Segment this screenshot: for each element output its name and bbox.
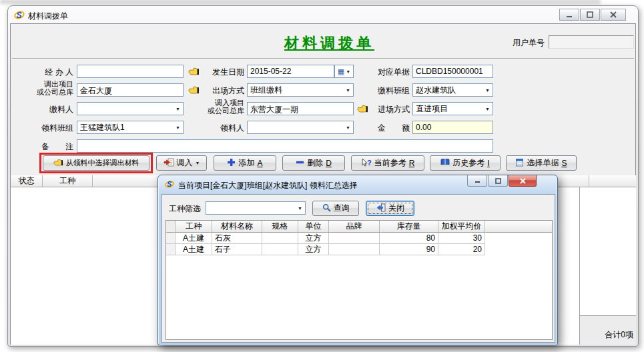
column-header-material[interactable]: 材料名称 — [212, 221, 262, 232]
dialog-client-area: 工种筛选 ▼ 查询 关闭 工种 — [162, 194, 555, 343]
date-picker-button[interactable]: ▦ ▼ — [334, 65, 354, 78]
remark-input[interactable] — [77, 139, 493, 153]
receive-team-combobox[interactable]: 王猛建筑队1 ▼ — [77, 121, 184, 134]
total-count-label: 合计0项 — [605, 329, 633, 341]
header-divider — [12, 58, 634, 59]
row-selector[interactable] — [166, 244, 176, 255]
dialog-minimize-button[interactable] — [467, 175, 487, 187]
filter-label: 工种筛选 — [169, 203, 201, 215]
column-header-avgprice[interactable]: 加权平均价 — [438, 221, 485, 232]
in-project-label: 调入项目 或公司总库 — [195, 99, 244, 115]
user-no-label: 用户单号 — [513, 37, 545, 49]
summary-panel: 合计0项 — [580, 175, 636, 345]
select-hand-icon[interactable] — [188, 67, 200, 79]
dialog-title: 当前项目[金石大厦]班组[赵水建筑队] 领料汇总选择 — [178, 180, 358, 191]
query-button[interactable]: 查询 — [312, 201, 359, 216]
chevron-down-icon: ▼ — [346, 125, 350, 130]
app-icon: S — [165, 179, 174, 191]
payer-combobox[interactable]: ▼ — [77, 102, 184, 115]
notepad-icon — [515, 158, 524, 169]
screen: S 材料调拨单 材料调拨单 用户单号 经 办 人 发生日期 2 — [0, 0, 644, 352]
column-header-spacer — [485, 221, 552, 232]
row-selector-header — [166, 221, 176, 232]
magnifier-icon — [322, 203, 331, 214]
select-material-button[interactable]: 从领料中选择调出材料 — [43, 155, 149, 171]
table-row[interactable]: A土建 石子 立方 90 20 — [166, 244, 552, 255]
history-reference-button[interactable]: 历史参考I — [430, 155, 501, 171]
chevron-down-icon: ▼ — [176, 107, 180, 111]
svg-text:S: S — [167, 180, 172, 188]
date-input[interactable]: 2015-05-22 — [247, 65, 334, 78]
in-method-combobox[interactable]: 直进项目 ▼ — [412, 102, 493, 115]
doc-no-input[interactable]: CLDBD150000001 — [412, 65, 493, 78]
exit-door-icon — [376, 203, 386, 214]
column-header-brand[interactable]: 品牌 — [329, 221, 380, 232]
operator-input[interactable] — [77, 65, 184, 78]
amount-label: 金 额 — [375, 123, 410, 134]
chevron-down-icon: ▼ — [346, 69, 350, 74]
operator-label: 经 办 人 — [28, 67, 73, 78]
column-header-status[interactable]: 状态 — [11, 175, 43, 187]
maximize-button[interactable] — [580, 9, 600, 21]
app-icon: S — [14, 9, 25, 23]
receiver-label: 领料人 — [212, 123, 244, 134]
close-dialog-button[interactable]: 关闭 — [366, 201, 414, 216]
pay-team-label: 缴料班组 — [375, 85, 410, 97]
column-header-worktype[interactable]: 工种 — [43, 175, 93, 187]
in-method-label: 进场方式 — [375, 104, 410, 115]
user-no-field[interactable] — [549, 35, 634, 49]
summary-select-dialog: S 当前项目[金石大厦]班组[赵水建筑队] 领料汇总选择 工种筛选 ▼ 查询 — [157, 175, 558, 345]
chevron-down-icon: ▼ — [176, 125, 180, 130]
add-button[interactable]: 添加A — [214, 155, 276, 171]
receiver-combobox[interactable]: ▼ — [247, 121, 354, 134]
dialog-close-button[interactable] — [509, 175, 537, 187]
summary-table-header: 工种 材料名称 规格 单位 品牌 库存量 加权平均价 — [166, 221, 552, 233]
remark-label: 备 注 — [39, 141, 73, 153]
column-header-spec[interactable]: 规格 — [262, 221, 298, 232]
chevron-down-icon: ▼ — [485, 107, 490, 111]
receive-team-label: 领料班组 — [39, 123, 73, 134]
date-label: 发生日期 — [210, 67, 244, 78]
select-hand-icon[interactable] — [188, 85, 200, 97]
pay-team-combobox[interactable]: 赵水建筑队 ▼ — [412, 83, 493, 97]
window-title: 材料调拨单 — [28, 11, 68, 22]
page-title: 材料调拨单 — [284, 33, 374, 53]
select-hand-icon[interactable] — [357, 104, 368, 116]
chevron-down-icon: ▼ — [346, 88, 350, 93]
table-row[interactable]: A土建 石灰 立方 80 30 — [166, 233, 552, 244]
payer-label: 缴料人 — [41, 104, 73, 115]
plus-icon — [227, 158, 236, 169]
close-button[interactable] — [601, 9, 626, 21]
select-document-button[interactable]: 选择单据S — [506, 155, 577, 171]
minimize-button[interactable] — [559, 9, 579, 21]
book-icon — [440, 158, 450, 168]
select-hand-icon — [53, 159, 63, 168]
summary-table: 工种 材料名称 规格 单位 品牌 库存量 加权平均价 A土建 石灰 立方 — [166, 220, 553, 340]
cursor-question-icon: ? — [361, 158, 372, 169]
document-red-arrow-icon — [164, 158, 174, 169]
delete-button[interactable]: 删除D — [282, 155, 345, 171]
minus-icon — [296, 158, 304, 169]
row-selector[interactable] — [166, 233, 176, 244]
doc-no-label: 对应单据 — [375, 67, 410, 78]
transfer-in-button[interactable]: 调入 ▼ — [156, 155, 207, 171]
out-method-label: 出场方式 — [210, 85, 244, 97]
svg-text:?: ? — [367, 158, 372, 166]
column-header-unit[interactable]: 单位 — [298, 221, 329, 232]
in-project-input[interactable]: 东营大厦一期 — [247, 102, 354, 115]
amount-input[interactable]: 0.00 — [412, 121, 493, 134]
column-header-stock[interactable]: 库存量 — [380, 221, 438, 232]
column-header-worktype[interactable]: 工种 — [176, 221, 212, 232]
out-project-input[interactable]: 金石大厦 — [77, 83, 184, 97]
chevron-down-icon: ▼ — [298, 206, 302, 211]
summary-footer: 合计0项 — [580, 315, 636, 345]
current-reference-button[interactable]: ? 当前参考R — [351, 155, 424, 171]
out-project-label: 调出项目 或公司总库 — [21, 80, 73, 96]
svg-text:S: S — [17, 11, 22, 20]
chevron-down-icon: ▼ — [485, 88, 490, 93]
filter-combobox[interactable]: ▼ — [206, 201, 306, 215]
chevron-down-icon: ▼ — [196, 161, 200, 165]
calendar-icon: ▦ — [338, 68, 344, 75]
out-method-combobox[interactable]: 班组缴料 ▼ — [247, 83, 354, 97]
dialog-maximize-button[interactable] — [488, 175, 508, 187]
